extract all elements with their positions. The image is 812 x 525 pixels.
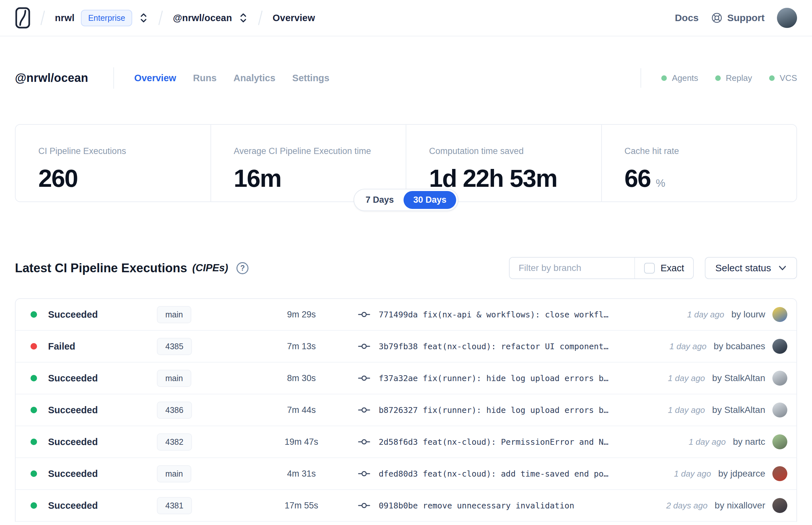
cipe-commit-cell[interactable]: 3b79fb38 feat(nx-cloud): refactor UI com… (358, 340, 656, 352)
green-status-dot (661, 75, 667, 81)
git-commit-icon (358, 404, 370, 416)
cipe-row[interactable]: Succeeded main 4m 31s dfed80d3 feat(nx-c… (16, 458, 796, 490)
commit-message[interactable]: f37a32ae fix(runner): hide log upload er… (379, 374, 608, 383)
author-avatar[interactable] (772, 339, 787, 354)
branch-badge[interactable]: main (157, 370, 191, 387)
branch-badge[interactable]: 4385 (157, 338, 192, 355)
cipe-commit-cell[interactable]: b8726327 fix(runner): hide log upload er… (358, 404, 655, 416)
breadcrumb: nrwl Enterprise @nrwl/ocean Overview (15, 6, 315, 29)
commit-message[interactable]: b8726327 fix(runner): hide log upload er… (379, 405, 608, 415)
stat-value: 66 % (625, 164, 797, 192)
stats-cards: CI Pipeline Executions 260 Average CI Pi… (15, 124, 797, 202)
tab-settings[interactable]: Settings (292, 73, 330, 84)
cipe-commit-cell[interactable]: 0918b0be remove unnecessary invalidation (358, 499, 653, 512)
exact-checkbox[interactable] (644, 263, 655, 273)
branch-badge[interactable]: 4382 (157, 433, 192, 451)
select-status-label: Select status (715, 262, 771, 273)
status-dot (31, 343, 37, 349)
branch-filter-input[interactable] (510, 258, 634, 279)
cipe-row[interactable]: Succeeded 4382 19m 47s 2d58f6d3 feat(nx-… (16, 426, 796, 458)
cipe-commit-cell[interactable]: 771499da fix(nx-api & workflows): close … (358, 308, 674, 321)
org-selector[interactable]: nrwl Enterprise (55, 10, 149, 26)
cipe-section-header: Latest CI Pipeline Executions (CIPEs) ? … (0, 254, 812, 282)
cipe-row[interactable]: Succeeded 4381 17m 55s 0918b0be remove u… (16, 490, 796, 522)
exact-label: Exact (661, 263, 684, 273)
author-avatar[interactable] (772, 434, 787, 449)
cipe-commit-cell[interactable]: f37a32ae fix(runner): hide log upload er… (358, 372, 655, 384)
author-avatar[interactable] (772, 498, 787, 513)
tab-overview[interactable]: Overview (134, 73, 176, 84)
lifebuoy-icon (711, 12, 723, 24)
support-label: Support (727, 12, 765, 24)
commit-message[interactable]: 0918b0be remove unnecessary invalidation (379, 501, 574, 510)
range-7-days[interactable]: 7 Days (356, 191, 403, 209)
stat-label: Cache hit rate (625, 146, 797, 156)
cipe-meta-cell: 1 day ago by StalkAltan (655, 403, 796, 418)
commit-message[interactable]: 771499da fix(nx-api & workflows): close … (379, 310, 608, 319)
cipe-commit-cell[interactable]: 2d58f6d3 feat(nx-cloud): PermissionError… (358, 436, 676, 448)
branch-badge[interactable]: main (157, 465, 191, 482)
org-chevron-updown-icon[interactable] (139, 12, 149, 24)
cipe-row[interactable]: Succeeded main 9m 29s 771499da fix(nx-ap… (16, 299, 796, 331)
time-ago: 1 day ago (687, 310, 724, 320)
range-30-days[interactable]: 30 Days (403, 191, 456, 209)
commit-message[interactable]: dfed80d3 feat(nx-cloud): add time-saved … (379, 469, 608, 479)
git-commit-icon (358, 499, 370, 512)
status-dot (31, 407, 37, 413)
breadcrumb-page: Overview (273, 13, 315, 24)
workspace-selector[interactable]: @nrwl/ocean (173, 12, 248, 24)
cipe-meta-cell: 2 days ago by nixallover (653, 498, 796, 513)
status-label: Succeeded (48, 468, 98, 479)
cipe-table: Succeeded main 9m 29s 771499da fix(nx-ap… (15, 298, 797, 522)
git-commit-icon (358, 436, 370, 448)
author-avatar[interactable] (772, 403, 787, 418)
tab-analytics[interactable]: Analytics (233, 73, 275, 84)
top-bar-right: Docs Support (675, 8, 797, 28)
cipe-status-cell: Succeeded (16, 468, 157, 479)
branch-badge[interactable]: 4386 (157, 402, 192, 419)
stat-label: CI Pipeline Executions (38, 146, 211, 156)
git-commit-icon (358, 467, 370, 480)
tab-runs[interactable]: Runs (193, 73, 217, 84)
author-avatar[interactable] (772, 307, 787, 322)
time-ago: 1 day ago (668, 373, 705, 384)
cipe-row[interactable]: Succeeded 4386 7m 44s b8726327 fix(runne… (16, 394, 796, 426)
org-name: nrwl (55, 13, 74, 24)
cipe-section-title: Latest CI Pipeline Executions (15, 261, 187, 275)
branch-badge[interactable]: main (157, 306, 191, 323)
workspace-chevron-updown-icon[interactable] (239, 12, 248, 24)
status-dot (31, 502, 37, 509)
feature-replay-label: Replay (726, 73, 752, 83)
status-dot (31, 470, 37, 477)
help-icon[interactable]: ? (236, 262, 248, 274)
time-ago: 1 day ago (674, 469, 711, 479)
cipe-status-cell: Failed (16, 341, 157, 352)
support-link[interactable]: Support (711, 12, 765, 24)
percent-suffix: % (656, 177, 665, 190)
docs-link[interactable]: Docs (675, 12, 699, 24)
git-commit-icon (358, 340, 370, 352)
time-ago: 1 day ago (668, 405, 705, 415)
cipe-row[interactable]: Succeeded main 8m 30s f37a32ae fix(runne… (16, 363, 796, 394)
author-avatar[interactable] (772, 371, 787, 386)
cipe-branch-cell: 4381 (157, 497, 262, 514)
select-status-dropdown[interactable]: Select status (705, 257, 797, 279)
exact-filter[interactable]: Exact (634, 258, 693, 279)
nx-cloud-logo-icon[interactable] (15, 6, 31, 29)
author: by nixallover (715, 500, 765, 511)
divider (641, 68, 641, 88)
branch-badge[interactable]: 4381 (157, 497, 192, 514)
author-avatar[interactable] (772, 466, 787, 481)
chevron-down-icon (778, 265, 787, 271)
author: by StalkAltan (712, 373, 765, 384)
status-dot (31, 375, 37, 381)
status-label: Succeeded (48, 309, 98, 320)
author: by bcabanes (714, 341, 765, 351)
stat-label: Computation time saved (429, 146, 601, 156)
commit-message[interactable]: 2d58f6d3 feat(nx-cloud): PermissionError… (379, 437, 608, 447)
cipe-commit-cell[interactable]: dfed80d3 feat(nx-cloud): add time-saved … (358, 467, 661, 480)
cipe-row[interactable]: Failed 4385 7m 13s 3b79fb38 feat(nx-clou… (16, 331, 796, 363)
commit-message[interactable]: 3b79fb38 feat(nx-cloud): refactor UI com… (379, 342, 608, 351)
user-avatar[interactable] (777, 8, 797, 28)
stat-label: Average CI Pipeline Execution time (234, 146, 406, 156)
